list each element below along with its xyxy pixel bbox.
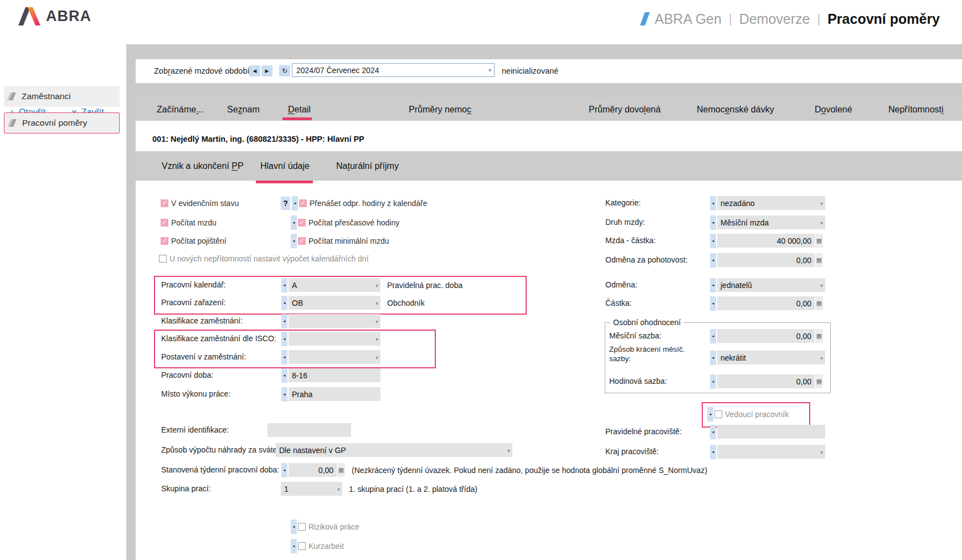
castka-input[interactable]: 0,00: [717, 296, 815, 310]
default-toggle-button[interactable]: ◂: [710, 215, 716, 230]
calculator-icon[interactable]: ▦: [815, 329, 823, 343]
record-title: 001: Nejedlý Martin, ing. (680821/3335) …: [152, 127, 364, 151]
subtab-naturalni-prijmy[interactable]: Naturální příjmy: [336, 151, 399, 181]
kraj-pracoviste-select[interactable]: ▾: [717, 445, 825, 459]
default-toggle-button[interactable]: ◂: [281, 314, 287, 328]
pracovni-kalendar-select[interactable]: A ▾: [289, 278, 380, 292]
default-toggle-button[interactable]: ◂: [710, 329, 716, 343]
pocitat-pojisteni-checkbox[interactable]: ✓: [161, 237, 168, 245]
right-arrow-icon: ▶: [265, 68, 269, 74]
default-toggle-button[interactable]: ◂: [710, 253, 716, 268]
tab-zaciname[interactable]: Začínáme...: [157, 99, 203, 121]
druh-mzdy-select[interactable]: Měsíční mzda ▾: [717, 215, 825, 229]
default-toggle-button[interactable]: ◂: [281, 387, 287, 402]
tab-nemocenske-davky[interactable]: Nemocenské dávky: [697, 99, 774, 121]
pocitat-mzdu-checkbox[interactable]: ✓: [161, 219, 168, 227]
default-toggle-button[interactable]: ◂: [710, 374, 716, 389]
default-toggle-button[interactable]: ◂: [281, 278, 287, 292]
previous-period-button[interactable]: ◀: [249, 65, 260, 76]
dropdown-arrow-icon: ▾: [337, 486, 340, 492]
default-toggle-button[interactable]: ◂: [291, 539, 297, 553]
minimalni-mzda-checkbox[interactable]: ✓: [298, 237, 306, 245]
vedouci-pracovnik-checkbox[interactable]: [714, 410, 722, 418]
default-toggle-button[interactable]: ◂: [292, 196, 298, 210]
kategorie-select[interactable]: nezadáno ▾: [717, 196, 825, 210]
default-toggle-button[interactable]: ◂: [291, 215, 297, 230]
default-toggle-button[interactable]: ◂: [710, 351, 716, 365]
default-toggle-button[interactable]: ◂: [710, 425, 716, 439]
subtab-vznik-ukonceni[interactable]: Vznik a ukončení PP: [162, 151, 244, 181]
tab-seznam[interactable]: Seznam: [227, 99, 260, 121]
prescasove-hodiny-checkbox[interactable]: ✓: [298, 219, 306, 227]
check-icon: ✓: [162, 199, 167, 207]
default-toggle-button[interactable]: ◂: [710, 278, 716, 292]
calculator-icon[interactable]: ▦: [815, 374, 823, 388]
tab-nepritomnosti[interactable]: Nepřítomnosti: [888, 99, 944, 121]
zpusob-kraceni-select[interactable]: nekrátit ▾: [717, 351, 825, 364]
dropdown-arrow-icon: ▾: [507, 447, 510, 453]
next-period-button[interactable]: ▶: [261, 65, 272, 76]
default-toggle-button[interactable]: ◂: [291, 234, 297, 248]
period-select[interactable]: 2024/07 Červenec 2024 ▾: [292, 63, 495, 77]
default-toggle-button[interactable]: ◂: [710, 196, 716, 210]
mzda-castka-input[interactable]: 40 000,00: [717, 234, 815, 248]
misto-vykonu-prace-input[interactable]: Praha: [289, 387, 380, 401]
edition-name: Demoverze: [739, 11, 810, 27]
sidebar-item-pracovni-pomery[interactable]: Pracovní poměry: [4, 112, 120, 133]
field-label: Místo výkonu práce:: [161, 387, 230, 402]
kurzarbeit-checkbox[interactable]: [298, 542, 306, 550]
left-triangle-icon: ◂: [712, 258, 714, 263]
klasifikace-zamestnani-select[interactable]: ▾: [289, 314, 380, 328]
default-toggle-button[interactable]: ◂: [710, 296, 716, 311]
field-suffix: Obchodník: [387, 299, 425, 307]
sidebar-item-zamestnanci[interactable]: Zaměstnanci: [4, 86, 120, 107]
default-toggle-button[interactable]: ◂: [707, 407, 713, 422]
refresh-icon: ↻: [282, 67, 287, 75]
default-toggle-button[interactable]: ◂: [281, 350, 287, 364]
rizikova-prace-checkbox[interactable]: [298, 523, 306, 531]
externi-identifikace-input[interactable]: [267, 423, 351, 437]
skupina-praci-select[interactable]: 1 ▾: [281, 482, 342, 496]
pravidelne-pracoviste-input[interactable]: [717, 425, 825, 439]
mesicni-sazba-input[interactable]: 0,00: [717, 329, 815, 343]
field-row: Stanovená týdenní pracovní doba: ◂ 0,00 …: [161, 463, 726, 477]
field-label: Kategorie:: [605, 196, 641, 210]
default-toggle-button[interactable]: ◂: [281, 296, 287, 310]
prenaset-hodiny-checkbox[interactable]: ✓: [299, 199, 307, 207]
help-button[interactable]: ?: [281, 197, 290, 210]
field-label: Externí identifikace:: [161, 423, 229, 438]
default-toggle-button[interactable]: ◂: [710, 445, 716, 459]
left-triangle-icon: ◂: [293, 239, 295, 243]
refresh-period-button[interactable]: ↻: [279, 65, 290, 76]
default-toggle-button[interactable]: ◂: [281, 332, 287, 346]
calculator-icon[interactable]: ▦: [815, 234, 823, 248]
checkbox-label: Počítat pojištění: [171, 237, 227, 245]
tab-prumery-dovolena[interactable]: Průměry dovolená: [589, 99, 661, 121]
odmena-select[interactable]: jednatelů ▾: [717, 278, 825, 292]
calculator-icon[interactable]: ▦: [815, 253, 823, 267]
tab-dovolene[interactable]: Dovolené: [815, 99, 852, 121]
klasifikace-isco-select[interactable]: ▾: [289, 332, 380, 346]
pracovni-doba-input[interactable]: 8-16: [289, 368, 380, 382]
v-evidencnim-stavu-checkbox[interactable]: ✓: [161, 199, 168, 207]
dropdown-arrow-icon: ▾: [820, 282, 823, 288]
subtab-hlavni-udaje[interactable]: Hlavní údaje: [260, 151, 310, 181]
default-toggle-button[interactable]: ◂: [281, 368, 287, 383]
u-novych-nepritomnosti-checkbox[interactable]: [159, 255, 167, 263]
field-row: Hodinová sazba: ◂ 0,00 ▦: [609, 374, 962, 389]
default-toggle-button[interactable]: ◂: [281, 463, 287, 477]
odmena-pohotovost-input[interactable]: 0,00: [717, 253, 815, 267]
left-triangle-icon: ◂: [712, 356, 714, 360]
hodinova-sazba-input[interactable]: 0,00: [717, 374, 815, 388]
stanovena-tydenni-doba-input[interactable]: 0,00: [289, 463, 337, 477]
postaveni-v-zamestnani-select[interactable]: ▾: [289, 350, 380, 364]
dropdown-arrow-icon: ▾: [375, 282, 378, 288]
default-toggle-button[interactable]: ◂: [710, 234, 716, 248]
default-toggle-button[interactable]: ◂: [291, 520, 297, 534]
dropdown-arrow-icon: ▾: [820, 200, 823, 206]
pracovni-zarazeni-select[interactable]: OB ▾: [289, 296, 380, 310]
tab-prumery-nemoc[interactable]: Průměry nemoc: [409, 99, 471, 121]
calculator-icon[interactable]: ▦: [815, 296, 823, 310]
zpusob-nahrady-svatek-select[interactable]: Dle nastavení v GP ▾: [276, 443, 512, 457]
calculator-icon[interactable]: ▦: [337, 463, 345, 477]
